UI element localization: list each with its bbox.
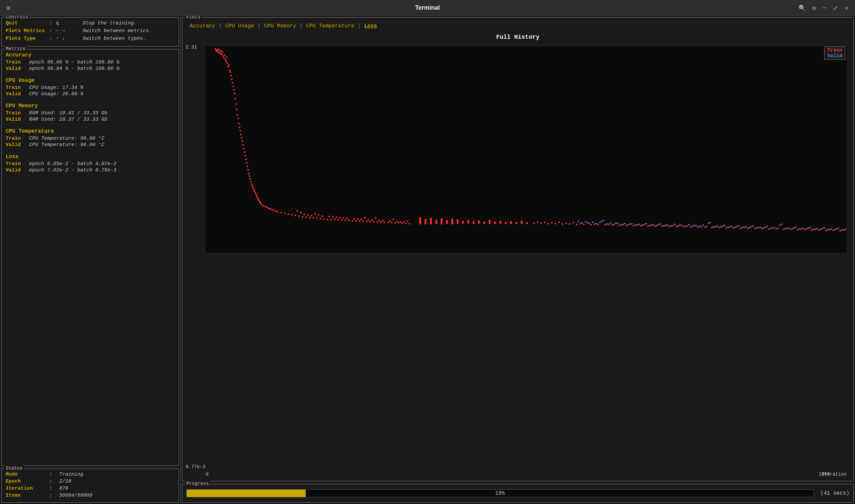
tab-accuracy[interactable]: Accuracy <box>188 22 217 30</box>
svg-rect-182 <box>601 221 603 222</box>
svg-rect-165 <box>541 222 542 224</box>
svg-rect-76 <box>281 212 282 213</box>
svg-rect-222 <box>743 227 745 228</box>
svg-rect-254 <box>588 222 590 224</box>
svg-rect-89 <box>311 215 312 217</box>
tab-cpu-temperature[interactable]: CPU Temperature <box>304 22 356 30</box>
svg-rect-246 <box>829 229 830 230</box>
svg-rect-320 <box>823 227 825 229</box>
loss-train-value: epoch 6.65e-2 - batch 4.07e-2 <box>29 161 117 167</box>
tab-cpu-memory[interactable]: CPU Memory <box>262 22 298 30</box>
svg-rect-31 <box>236 109 237 110</box>
progress-time: (41 secs) <box>821 490 849 496</box>
svg-rect-160 <box>516 222 517 224</box>
window-icon[interactable]: ⊞ <box>7 4 11 12</box>
cpu-memory-train-value: RAM Used: 10.41 / 33.33 Gb <box>29 110 107 116</box>
progress-section: Progress 19% (41 secs) <box>182 484 854 503</box>
iteration-key: Iteration <box>6 486 49 491</box>
cpu-memory-train-label: Train <box>6 110 29 116</box>
svg-rect-179 <box>590 224 592 225</box>
svg-rect-136 <box>400 221 401 222</box>
svg-rect-69 <box>266 206 267 208</box>
svg-rect-150 <box>462 221 464 224</box>
epoch-key: Epoch <box>6 479 49 484</box>
iteration-value: 876 <box>59 486 68 491</box>
svg-rect-255 <box>592 221 593 223</box>
loss-chart <box>206 47 847 253</box>
svg-rect-43 <box>245 155 246 157</box>
svg-rect-210 <box>701 226 702 227</box>
svg-rect-144 <box>430 218 432 224</box>
svg-rect-234 <box>786 228 787 229</box>
svg-rect-100 <box>332 216 333 218</box>
svg-rect-266 <box>631 223 632 224</box>
svg-rect-299 <box>749 227 750 228</box>
svg-rect-10 <box>221 53 223 55</box>
svg-rect-181 <box>597 224 599 225</box>
svg-rect-49 <box>249 175 250 177</box>
svg-rect-96 <box>323 218 325 220</box>
cpu-temp-valid-value: CPU Temperature: 96.00 °C <box>29 142 104 148</box>
svg-rect-159 <box>510 221 512 224</box>
svg-rect-270 <box>646 223 647 224</box>
svg-rect-157 <box>500 221 501 224</box>
svg-rect-110 <box>352 220 353 221</box>
search-icon[interactable]: 🔍 <box>799 4 806 12</box>
svg-rect-177 <box>583 223 584 225</box>
close-icon[interactable]: ✕ <box>844 4 848 12</box>
svg-rect-168 <box>551 222 553 223</box>
svg-rect-123 <box>375 217 376 219</box>
svg-rect-281 <box>685 225 686 227</box>
svg-rect-312 <box>795 227 797 228</box>
svg-rect-224 <box>751 226 752 228</box>
svg-rect-68 <box>265 206 266 207</box>
svg-rect-256 <box>596 223 597 224</box>
svg-rect-87 <box>307 214 309 216</box>
svg-rect-108 <box>346 218 348 219</box>
loss-valid-label: Valid <box>6 167 29 173</box>
cpu-memory-valid-value: RAM Used: 10.37 / 33.33 Gb <box>29 116 107 122</box>
svg-rect-72 <box>272 209 273 210</box>
svg-rect-268 <box>638 223 640 225</box>
svg-rect-54 <box>252 187 254 188</box>
controls-row-type: Plots Type : ↑ ↓ Switch between types. <box>6 36 175 41</box>
cpu-temp-train-row: Train CPU Temperature: 96.00 °C <box>6 136 175 141</box>
svg-rect-93 <box>318 214 319 215</box>
svg-rect-293 <box>727 227 729 228</box>
type-desc: Switch between types. <box>83 36 146 41</box>
svg-rect-269 <box>642 224 643 226</box>
metrics-desc: Switch between metrics. <box>83 28 152 34</box>
svg-rect-137 <box>401 222 403 224</box>
svg-rect-4 <box>217 51 218 52</box>
svg-rect-208 <box>694 224 695 226</box>
svg-rect-309 <box>784 228 786 229</box>
metrics-key: Plots Metrics <box>6 28 49 34</box>
maximize-icon[interactable]: ⤢ <box>833 4 838 12</box>
tab-cpu-usage[interactable]: CPU Usage <box>223 22 256 30</box>
cpu-memory-train-row: Train RAM Used: 10.41 / 33.33 Gb <box>6 110 175 116</box>
svg-rect-295 <box>735 227 736 228</box>
svg-rect-308 <box>781 223 782 225</box>
svg-rect-134 <box>396 221 397 222</box>
tab-loss[interactable]: Loss <box>362 22 379 30</box>
svg-rect-245 <box>825 230 826 231</box>
cpu-memory-valid-row: Valid RAM Used: 10.37 / 33.33 Gb <box>6 116 175 122</box>
svg-rect-311 <box>791 228 793 229</box>
chart-legend: Train Valid <box>824 47 845 60</box>
svg-rect-235 <box>790 229 791 230</box>
svg-rect-249 <box>840 230 841 231</box>
svg-rect-11 <box>222 52 223 53</box>
svg-rect-115 <box>361 219 362 220</box>
svg-rect-283 <box>692 226 693 227</box>
svg-rect-225 <box>754 228 755 229</box>
svg-rect-126 <box>380 221 382 223</box>
svg-rect-6 <box>218 52 220 53</box>
items-key: Items <box>6 493 49 498</box>
svg-rect-215 <box>718 227 720 228</box>
svg-rect-262 <box>617 222 618 224</box>
minimize-icon[interactable]: ─ <box>823 5 826 11</box>
svg-rect-205 <box>683 226 684 228</box>
items-value: 56064/60000 <box>59 493 92 498</box>
gear-icon[interactable]: ⚙ <box>813 4 816 12</box>
svg-rect-129 <box>387 222 389 223</box>
